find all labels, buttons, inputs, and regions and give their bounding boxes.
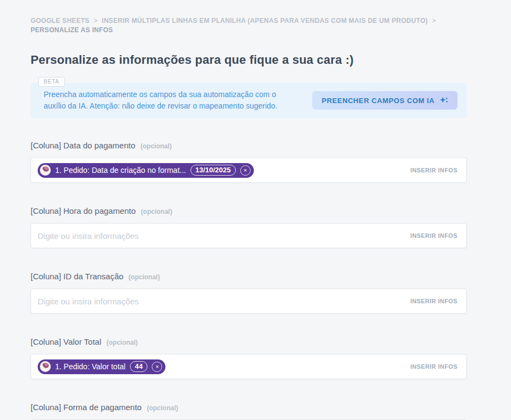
field-label-row: [Coluna] Valor Total (opcional) [31, 337, 467, 347]
field-label-row: [Coluna] Data do pagamento (opcional) [31, 141, 467, 151]
beta-badge: BETA [38, 77, 65, 87]
chip-label: 1. Pedido: Data de criação no format... [55, 166, 186, 175]
breadcrumb-item-personalize-infos: PERSONALIZE AS INFOS [31, 26, 113, 34]
field-input-box[interactable]: INSERIR INFOS [31, 223, 467, 248]
fill-with-ai-button[interactable]: PREENCHER CAMPOS COM IA [312, 91, 457, 110]
field-input-box[interactable]: 1. Pedido: Data de criação no format... … [31, 158, 467, 183]
pedido-app-icon [40, 165, 51, 176]
optional-tag: (opcional) [140, 142, 171, 150]
field-id-da-transacao: [Coluna] ID da Transação (opcional) INSE… [31, 272, 467, 314]
breadcrumb-separator: > [94, 17, 98, 25]
field-data-do-pagamento: [Coluna] Data do pagamento (opcional) 1.… [31, 141, 467, 183]
page-title: Personalize as informações para que fiqu… [31, 53, 467, 67]
mapped-value-chip[interactable]: 1. Pedido: Valor total 44 × [38, 359, 165, 374]
field-forma-de-pagamento: [Coluna] Forma de pagamento (opcional) I… [31, 403, 467, 420]
field-label-row: [Coluna] ID da Transação (opcional) [31, 272, 467, 282]
breadcrumb: GOOGLE SHEETS > INSERIR MÚLTIPLAS LINHAS… [31, 16, 467, 35]
fill-with-ai-button-label: PREENCHER CAMPOS COM IA [322, 97, 435, 105]
field-label-row: [Coluna] Hora do pagamento (opcional) [31, 206, 467, 217]
mapped-value-chip[interactable]: 1. Pedido: Data de criação no format... … [38, 163, 254, 178]
ai-sparkles-icon [439, 96, 448, 105]
ai-banner-text-line1: Preencha automaticamente os campos da su… [44, 90, 276, 99]
breadcrumb-item-google-sheets[interactable]: GOOGLE SHEETS [31, 17, 90, 25]
breadcrumb-item-inserir-multiplas-linhas[interactable]: INSERIR MÚLTIPLAS LINHAS EM PLANILHA (AP… [102, 17, 428, 25]
inserir-infos-button[interactable]: INSERIR INFOS [411, 363, 458, 370]
field-text-input[interactable] [38, 224, 404, 248]
field-valor-total: [Coluna] Valor Total (opcional) 1. Pedid… [31, 337, 467, 379]
chip-value-badge: 44 [130, 361, 147, 372]
inserir-infos-button[interactable]: INSERIR INFOS [411, 167, 458, 173]
page: GOOGLE SHEETS > INSERIR MÚLTIPLAS LINHAS… [0, 0, 511, 420]
chip-value-badge: 13/10/2025 [191, 165, 236, 176]
optional-tag: (opcional) [147, 404, 178, 412]
inserir-infos-button[interactable]: INSERIR INFOS [411, 298, 458, 304]
chip-remove-icon[interactable]: × [152, 362, 162, 372]
inserir-infos-button[interactable]: INSERIR INFOS [411, 232, 458, 239]
breadcrumb-separator: > [432, 17, 436, 25]
pedido-app-icon [40, 361, 51, 372]
chip-remove-icon[interactable]: × [240, 165, 251, 176]
ai-banner-text-line2: auxílio da IA. Atenção: não deixe de rev… [44, 101, 277, 110]
chip-label: 1. Pedido: Valor total [55, 362, 126, 371]
optional-tag: (opcional) [129, 273, 160, 281]
optional-tag: (opcional) [106, 339, 138, 346]
field-input-box[interactable]: 1. Pedido: Valor total 44 × INSERIR INFO… [31, 354, 467, 379]
field-hora-do-pagamento: [Coluna] Hora do pagamento (opcional) IN… [31, 206, 467, 248]
field-label: [Coluna] ID da Transação [31, 272, 123, 281]
ai-banner: BETA Preencha automaticamente os campos … [31, 83, 467, 118]
field-list: [Coluna] Data do pagamento (opcional) 1.… [31, 141, 467, 420]
field-text-input[interactable] [38, 289, 404, 313]
field-label: [Coluna] Valor Total [31, 337, 102, 346]
field-input-box[interactable]: INSERIR INFOS [31, 289, 467, 314]
field-label-row: [Coluna] Forma de pagamento (opcional) [31, 403, 467, 413]
ai-banner-text: Preencha automaticamente os campos da su… [44, 89, 277, 112]
optional-tag: (opcional) [141, 208, 172, 215]
field-label: [Coluna] Hora do pagamento [31, 206, 136, 215]
field-label: [Coluna] Data do pagamento [31, 141, 135, 150]
field-label: [Coluna] Forma de pagamento [31, 403, 141, 412]
